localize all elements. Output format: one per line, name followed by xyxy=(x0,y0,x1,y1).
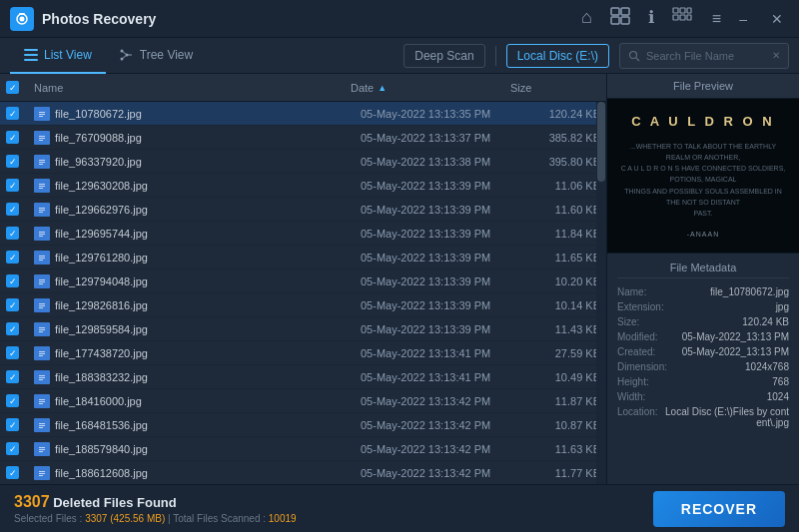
row-checkbox[interactable] xyxy=(6,442,34,455)
search-input[interactable] xyxy=(646,50,766,62)
row-checkbox[interactable] xyxy=(6,418,34,431)
header-checkbox[interactable] xyxy=(6,81,34,95)
row-checkbox[interactable] xyxy=(6,107,34,120)
col-size-header: Size xyxy=(510,82,590,94)
tree-view-tab[interactable]: Tree View xyxy=(106,38,207,74)
svg-rect-54 xyxy=(39,281,45,282)
file-name: file_177438720.jpg xyxy=(55,347,361,359)
row-checkbox[interactable] xyxy=(6,251,34,264)
table-row[interactable]: file_96337920.jpg 05-May-2022 13:13:38 P… xyxy=(0,150,606,174)
file-list-panel: Name Date ▲ Size file_10780672.jpg 05-Ma… xyxy=(0,74,607,484)
row-checkbox[interactable] xyxy=(6,466,34,479)
file-name: file_188579840.jpg xyxy=(55,443,361,455)
sort-icon[interactable]: ▲ xyxy=(378,83,387,93)
svg-rect-8 xyxy=(680,8,685,13)
table-row[interactable]: file_188579840.jpg 05-May-2022 13:13:42 … xyxy=(0,437,606,461)
meta-modified-key: Modified: xyxy=(617,331,658,342)
menu-icon[interactable]: ≡ xyxy=(712,10,721,28)
status-left: 3307 Deleted Files Found Selected Files … xyxy=(14,493,297,524)
svg-rect-27 xyxy=(39,116,43,117)
table-row[interactable]: file_129761280.jpg 05-May-2022 13:13:39 … xyxy=(0,246,606,269)
svg-rect-31 xyxy=(39,140,43,141)
row-checkbox[interactable] xyxy=(6,227,34,240)
tree-view-label: Tree View xyxy=(140,48,193,62)
table-row[interactable]: file_188612608.jpg 05-May-2022 13:13:42 … xyxy=(0,461,606,484)
table-row[interactable]: file_10780672.jpg 05-May-2022 13:13:35 P… xyxy=(0,102,606,126)
file-list-header: Name Date ▲ Size xyxy=(0,74,606,102)
svg-rect-61 xyxy=(39,327,45,328)
home-icon[interactable]: ⌂ xyxy=(581,7,592,30)
list-view-tab[interactable]: List View xyxy=(10,38,106,74)
table-row[interactable]: file_76709088.jpg 05-May-2022 13:13:37 P… xyxy=(0,126,606,150)
deleted-files-summary: 3307 Deleted Files Found xyxy=(14,493,297,511)
svg-rect-2 xyxy=(19,13,25,15)
file-size: 11.87 KB xyxy=(520,395,600,407)
window-controls: ≡ – ✕ xyxy=(712,9,789,29)
file-name: file_129826816.jpg xyxy=(55,299,361,311)
file-name: file_18416000.jpg xyxy=(55,395,361,407)
file-icon xyxy=(34,107,50,121)
file-size: 11.63 KB xyxy=(520,443,600,455)
meta-dimension-val: 1024x768 xyxy=(745,361,789,372)
file-icon xyxy=(34,251,50,265)
meta-size-val: 120.24 KB xyxy=(742,316,789,327)
local-disc-button[interactable]: Local Disc (E:\) xyxy=(506,44,609,68)
svg-rect-59 xyxy=(39,307,43,308)
table-row[interactable]: file_168481536.jpg 05-May-2022 13:13:42 … xyxy=(0,413,606,437)
svg-rect-49 xyxy=(39,256,45,257)
cauldron-signature: -ANAAN xyxy=(687,231,719,238)
scan-icon[interactable] xyxy=(610,7,630,30)
row-checkbox[interactable] xyxy=(6,370,34,383)
meta-location-key: Location: xyxy=(617,406,658,428)
toolbar-right: Deep Scan Local Disc (E:\) ✕ xyxy=(403,43,789,69)
meta-created-val: 05-May-2022_13:13 PM xyxy=(682,346,789,357)
row-checkbox[interactable] xyxy=(6,346,34,359)
row-checkbox[interactable] xyxy=(6,274,34,287)
file-icon xyxy=(34,298,50,312)
info-icon[interactable]: ℹ xyxy=(648,7,654,30)
search-box[interactable]: ✕ xyxy=(619,43,789,69)
preview-label: File Preview xyxy=(607,74,799,99)
row-checkbox[interactable] xyxy=(6,131,34,144)
table-row[interactable]: file_188383232.jpg 05-May-2022 13:13:41 … xyxy=(0,365,606,389)
grid-icon[interactable] xyxy=(672,7,692,30)
row-checkbox[interactable] xyxy=(6,203,34,216)
file-name: file_188383232.jpg xyxy=(55,371,361,383)
table-row[interactable]: file_18416000.jpg 05-May-2022 13:13:42 P… xyxy=(0,389,606,413)
meta-modified-val: 05-May-2022_13:13 PM xyxy=(682,331,789,342)
table-row[interactable]: file_177438720.jpg 05-May-2022 13:13:41 … xyxy=(0,341,606,365)
file-size: 11.60 KB xyxy=(520,204,600,216)
table-row[interactable]: file_129794048.jpg 05-May-2022 13:13:39 … xyxy=(0,269,606,293)
table-row[interactable]: file_129695744.jpg 05-May-2022 13:13:39 … xyxy=(0,222,606,246)
nav-icons: ⌂ ℹ xyxy=(581,7,692,30)
recover-button[interactable]: RECOVER xyxy=(653,491,785,527)
svg-rect-34 xyxy=(39,162,45,163)
svg-rect-30 xyxy=(39,138,45,139)
clear-search-icon[interactable]: ✕ xyxy=(772,50,780,61)
file-icon xyxy=(34,155,50,169)
close-button[interactable]: ✕ xyxy=(765,9,789,29)
row-checkbox[interactable] xyxy=(6,394,34,407)
scrollbar-track[interactable] xyxy=(596,102,606,484)
meta-name-row: Name: file_10780672.jpg xyxy=(617,286,789,297)
table-row[interactable]: file_129859584.jpg 05-May-2022 13:13:39 … xyxy=(0,317,606,341)
row-checkbox[interactable] xyxy=(6,155,34,168)
minimize-button[interactable]: – xyxy=(733,9,753,29)
svg-rect-41 xyxy=(39,208,45,209)
file-name: file_10780672.jpg xyxy=(55,108,361,120)
deep-scan-button[interactable]: Deep Scan xyxy=(403,44,484,68)
table-row[interactable]: file_129826816.jpg 05-May-2022 13:13:39 … xyxy=(0,293,606,317)
file-icon xyxy=(34,394,50,408)
meta-dimension-row: Dimension: 1024x768 xyxy=(617,361,789,372)
svg-rect-58 xyxy=(39,305,45,306)
table-row[interactable]: file_129630208.jpg 05-May-2022 13:13:39 … xyxy=(0,174,606,198)
meta-size-row: Size: 120.24 KB xyxy=(617,316,789,327)
meta-modified-row: Modified: 05-May-2022_13:13 PM xyxy=(617,331,789,342)
scrollbar-thumb[interactable] xyxy=(597,102,605,182)
row-checkbox[interactable] xyxy=(6,298,34,311)
row-checkbox[interactable] xyxy=(6,179,34,192)
row-checkbox[interactable] xyxy=(6,322,34,335)
file-size: 11.06 KB xyxy=(520,180,600,192)
table-row[interactable]: file_129662976.jpg 05-May-2022 13:13:39 … xyxy=(0,198,606,222)
file-list-body[interactable]: file_10780672.jpg 05-May-2022 13:13:35 P… xyxy=(0,102,606,484)
